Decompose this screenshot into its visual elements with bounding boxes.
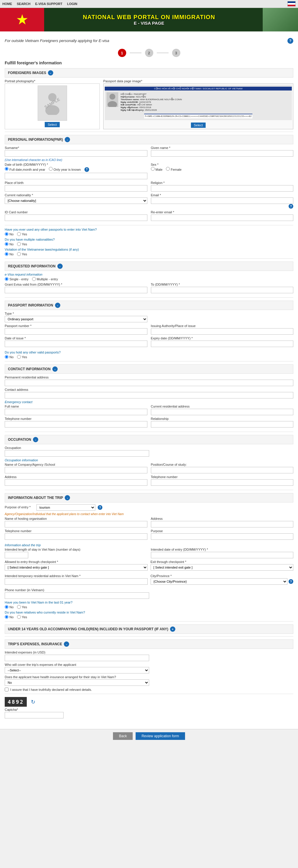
entry-checkpoint-select[interactable]: [ Select intended entry gate ] (5, 564, 148, 570)
grant-valid-input[interactable]: 24/09/2023 (5, 287, 147, 293)
given-name-input[interactable] (151, 150, 294, 157)
contact-icon[interactable]: - (52, 366, 58, 372)
passport-no-input[interactable] (5, 328, 147, 335)
occupation-icon[interactable]: - (33, 437, 38, 442)
health-insurance-select[interactable]: No (5, 679, 149, 686)
expiry-input[interactable] (151, 341, 294, 347)
relationship-input[interactable] (151, 421, 294, 428)
assure-checkbox[interactable] (5, 688, 8, 691)
q2-yes-radio[interactable] (17, 242, 21, 246)
review-button[interactable]: Review application form (136, 732, 185, 740)
nav-search[interactable]: SEARCH (17, 2, 30, 6)
step-2[interactable]: 2 (145, 49, 153, 57)
hosting-address-input[interactable] (151, 521, 294, 527)
portrait-select-btn[interactable]: Select (45, 122, 60, 127)
step-3[interactable]: 3 (172, 49, 180, 57)
emergency-fullname-input[interactable] (5, 409, 147, 415)
multiple-entry-radio[interactable] (32, 277, 36, 281)
place-birth-input[interactable] (5, 185, 147, 192)
length-stay-input[interactable]: 30 (5, 552, 28, 558)
issuing-input[interactable] (151, 328, 294, 335)
re-email-input[interactable] (151, 215, 294, 221)
children-icon[interactable]: + (170, 626, 175, 632)
hosting-purpose-input[interactable] (151, 533, 294, 540)
purpose-select[interactable]: tourism (36, 504, 95, 511)
email-help-icon[interactable]: ? (289, 204, 293, 209)
company-input[interactable] (5, 467, 147, 473)
captcha-input[interactable] (5, 712, 63, 718)
city-province-select[interactable]: {Choose City/Province} (151, 578, 288, 585)
dob-year-radio[interactable] (49, 167, 53, 171)
sex-female-option[interactable]: Female (166, 167, 182, 171)
q2-yes[interactable]: Yes (17, 242, 27, 246)
step-1[interactable]: 1 (118, 49, 126, 57)
captcha-refresh-icon[interactable]: ↻ (31, 699, 35, 705)
dob-full-option[interactable]: Full date,month and year (5, 167, 45, 171)
visited-yes[interactable]: Yes (17, 605, 27, 609)
email-input[interactable] (151, 197, 294, 204)
religion-input[interactable] (151, 185, 294, 192)
q3-no[interactable]: No (5, 252, 13, 256)
other-passport-no-radio[interactable] (5, 355, 8, 359)
hosting-tel-input[interactable] (5, 533, 147, 540)
q2-no-radio[interactable] (5, 242, 8, 246)
nav-login[interactable]: LOGIN (67, 2, 77, 6)
intended-expenses-input[interactable] (5, 655, 149, 661)
trip-icon[interactable]: - (65, 495, 70, 500)
q2-no[interactable]: No (5, 242, 13, 246)
company-tel-input[interactable] (151, 479, 294, 486)
single-entry-option[interactable]: Single - entry (5, 277, 29, 281)
dob-year-option[interactable]: Only year is known (49, 167, 81, 171)
phone-vn-input[interactable] (5, 592, 149, 599)
sex-female-radio[interactable] (166, 167, 170, 171)
nav-home[interactable]: HOME (2, 2, 12, 6)
dob-input[interactable]: 20/12/1950 (5, 173, 147, 179)
date-entry-input[interactable]: 24/09/2023 (151, 552, 294, 558)
idcard-input[interactable] (5, 215, 147, 221)
relatives-yes[interactable]: Yes (17, 615, 27, 619)
nationality-select[interactable]: [Choose nationality] (5, 197, 147, 204)
relatives-no-radio[interactable] (5, 615, 8, 619)
nav-evisa-support[interactable]: E-VISA SUPPORT (35, 2, 62, 6)
q3-no-radio[interactable] (5, 252, 8, 256)
dob-full-radio[interactable] (5, 167, 8, 171)
other-passport-yes-radio[interactable] (17, 355, 21, 359)
visited-yes-radio[interactable] (17, 605, 21, 609)
visited-no[interactable]: No (5, 605, 13, 609)
purpose-help-icon[interactable]: ? (98, 505, 102, 510)
multiple-entry-option[interactable]: Multiple - entry (32, 277, 58, 281)
single-entry-radio[interactable] (5, 277, 8, 281)
requested-icon[interactable]: - (57, 264, 63, 269)
emergency-tel-input[interactable] (5, 421, 147, 428)
to-input[interactable]: 23/10/2023 (151, 287, 294, 293)
passport-icon[interactable]: - (55, 303, 60, 308)
city-help-icon[interactable]: ? (289, 579, 293, 584)
passport-type-select[interactable]: Ordinary passport (5, 316, 147, 322)
q3-yes-radio[interactable] (17, 252, 21, 256)
company-address-input[interactable] (5, 479, 147, 486)
help-icon[interactable]: ? (288, 38, 293, 44)
relatives-yes-radio[interactable] (17, 615, 21, 619)
date-issue-input[interactable] (5, 341, 147, 347)
other-passport-no[interactable]: No (5, 355, 13, 359)
occupation-input[interactable] (5, 450, 149, 457)
personal-icon[interactable]: - (65, 137, 70, 142)
temp-address-input[interactable] (5, 578, 148, 585)
current-res-input[interactable] (151, 409, 294, 415)
q1-no[interactable]: No (5, 232, 13, 236)
contact-address-input[interactable] (5, 392, 293, 398)
position-input[interactable] (151, 467, 294, 473)
surname-input[interactable] (5, 150, 147, 157)
sex-male-option[interactable]: Male (151, 167, 163, 171)
sex-male-radio[interactable] (151, 167, 155, 171)
relatives-no[interactable]: No (5, 615, 13, 619)
back-button[interactable]: Back (113, 732, 133, 740)
other-passport-yes[interactable]: Yes (17, 355, 27, 359)
passport-select-btn[interactable]: Select (191, 123, 206, 128)
q1-yes-radio[interactable] (17, 232, 21, 236)
cover-expenses-select[interactable]: --Select-- (5, 667, 149, 674)
expenses-icon[interactable]: - (64, 642, 69, 647)
hosting-name-input[interactable] (5, 521, 147, 527)
images-icon[interactable]: - (48, 70, 53, 75)
exit-checkpoint-select[interactable]: [ Select intended exit gate ] (151, 564, 294, 570)
